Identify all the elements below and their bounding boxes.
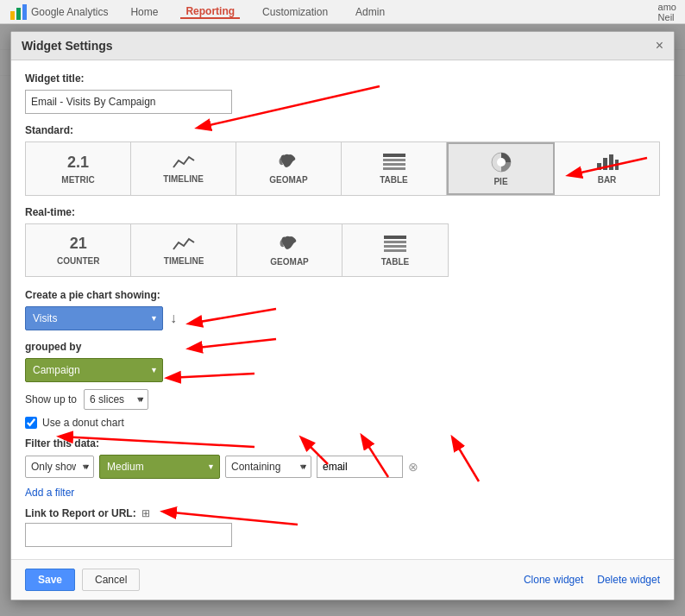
footer-left: Save Cancel xyxy=(25,569,140,591)
svg-rect-11 xyxy=(609,154,613,170)
group-by-wrapper: Campaign xyxy=(25,358,163,382)
svg-rect-15 xyxy=(384,245,406,248)
condition-wrapper: Containing Exactly matching Starting wit… xyxy=(225,456,311,478)
dimension-select[interactable]: Medium xyxy=(99,455,220,479)
svg-rect-10 xyxy=(603,158,607,170)
standard-widget-types: 2.1 METRIC TIMELINE GEOMAP xyxy=(25,141,660,196)
svg-rect-14 xyxy=(384,241,406,243)
user-info: amoNeil xyxy=(658,2,676,22)
group-by-row: Campaign xyxy=(25,358,660,382)
svg-rect-3 xyxy=(383,154,405,157)
svg-rect-13 xyxy=(384,236,406,239)
link-input[interactable] xyxy=(25,523,232,547)
ga-logo: Google Analytics xyxy=(9,3,108,22)
topbar: Google Analytics Home Reporting Customiz… xyxy=(0,0,685,24)
donut-chart-checkbox[interactable] xyxy=(25,417,37,429)
standard-bar-btn[interactable]: BAR xyxy=(555,142,659,195)
modal-close-button[interactable]: × xyxy=(656,39,663,53)
filter-clear-button[interactable]: ⊗ xyxy=(408,460,418,474)
svg-rect-1 xyxy=(16,8,21,20)
metric-down-arrow-icon: ↓ xyxy=(170,311,177,326)
widget-title-label: Widget title: xyxy=(25,72,660,85)
dimension-wrapper: Medium xyxy=(99,455,220,479)
slices-wrapper: 3 slices 6 slices 10 slices ▼ xyxy=(84,389,148,410)
realtime-timeline-btn[interactable]: TIMELINE xyxy=(131,224,236,276)
condition-select[interactable]: Containing Exactly matching Starting wit… xyxy=(225,456,311,478)
pie-chart-label: Create a pie chart showing: xyxy=(25,289,660,301)
svg-rect-9 xyxy=(597,163,601,170)
pie-icon xyxy=(490,151,512,173)
link-label: Link to Report or URL: xyxy=(25,507,136,519)
grouped-by-label: grouped by xyxy=(25,341,660,353)
ga-logo-text: Google Analytics xyxy=(31,6,108,18)
realtime-geomap-btn[interactable]: GEOMAP xyxy=(237,224,342,276)
modal-title: Widget Settings xyxy=(22,39,113,53)
footer-right: Clone widget Delete widget xyxy=(524,574,660,586)
svg-rect-12 xyxy=(615,160,619,170)
modal-body: Widget title: Standard: 2.1 METRIC TIMEL… xyxy=(11,60,674,559)
donut-chart-row: Use a donut chart xyxy=(25,417,660,429)
pie-chart-section: Create a pie chart showing: Visits ↓ gro… xyxy=(25,289,660,429)
realtime-label: Real-time: xyxy=(25,206,660,218)
only-show-select[interactable]: Only show Exclude xyxy=(25,456,94,478)
pie-metric-row: Visits ↓ xyxy=(25,306,660,330)
standard-label: Standard: xyxy=(25,124,660,136)
modal-footer: Save Cancel Clone widget Delete widget xyxy=(11,559,674,600)
pie-metric-wrapper: Visits xyxy=(25,306,163,330)
widget-title-input[interactable] xyxy=(25,90,232,114)
link-icon: ⊞ xyxy=(141,507,150,519)
show-up-to-label: Show up to xyxy=(25,393,77,405)
clone-widget-link[interactable]: Clone widget xyxy=(524,574,583,586)
delete-widget-link[interactable]: Delete widget xyxy=(597,574,660,586)
table-icon xyxy=(382,153,406,172)
only-show-wrapper: Only show Exclude ▼ xyxy=(25,456,94,478)
realtime-counter-btn[interactable]: 21 COUNTER xyxy=(26,224,131,276)
standard-table-btn[interactable]: TABLE xyxy=(342,142,447,195)
realtime-widget-types: 21 COUNTER TIMELINE GEOMAP xyxy=(25,223,660,280)
standard-geomap-btn[interactable]: GEOMAP xyxy=(236,142,342,195)
geomap-icon xyxy=(277,153,301,172)
show-up-to-row: Show up to 3 slices 6 slices 10 slices ▼ xyxy=(25,389,660,410)
svg-rect-4 xyxy=(383,159,405,161)
pie-metric-select[interactable]: Visits xyxy=(25,306,163,330)
svg-rect-2 xyxy=(22,4,27,20)
cancel-button[interactable]: Cancel xyxy=(82,569,140,591)
standard-timeline-btn[interactable]: TIMELINE xyxy=(131,142,236,195)
slices-select[interactable]: 3 slices 6 slices 10 slices xyxy=(84,389,148,410)
modal-header: Widget Settings × xyxy=(11,32,674,60)
link-section: Link to Report or URL: ⊞ xyxy=(25,507,660,547)
nav-customization[interactable]: Customization xyxy=(257,6,333,18)
rt-timeline-icon xyxy=(172,236,196,253)
svg-rect-6 xyxy=(383,167,405,170)
filter-value-input[interactable] xyxy=(317,456,403,478)
save-button[interactable]: Save xyxy=(25,569,75,591)
nav-home[interactable]: Home xyxy=(125,6,163,18)
standard-pie-btn[interactable]: PIE xyxy=(447,142,555,195)
standard-metric-btn[interactable]: 2.1 METRIC xyxy=(26,142,131,195)
widget-settings-modal: Widget Settings × Widget title: Standard… xyxy=(10,31,675,600)
bar-icon xyxy=(595,153,619,172)
svg-point-8 xyxy=(497,158,506,167)
svg-rect-0 xyxy=(10,11,15,20)
filter-section: Filter this data: Only show Exclude ▼ Me… xyxy=(25,437,660,499)
nav-reporting[interactable]: Reporting xyxy=(180,5,240,19)
ga-logo-icon xyxy=(9,3,28,22)
svg-rect-5 xyxy=(383,163,405,166)
realtime-table-btn[interactable]: TABLE xyxy=(342,224,447,276)
group-by-select[interactable]: Campaign xyxy=(25,358,163,382)
donut-chart-label: Use a donut chart xyxy=(42,417,124,429)
add-filter-link[interactable]: Add a filter xyxy=(25,487,74,499)
nav-admin[interactable]: Admin xyxy=(350,6,390,18)
rt-table-icon xyxy=(383,235,407,254)
rt-geomap-icon xyxy=(278,235,302,254)
filter-controls-row: Only show Exclude ▼ Medium Containing Ex… xyxy=(25,455,660,479)
timeline-icon xyxy=(172,154,196,171)
filter-label: Filter this data: xyxy=(25,437,660,449)
svg-rect-16 xyxy=(384,249,406,252)
